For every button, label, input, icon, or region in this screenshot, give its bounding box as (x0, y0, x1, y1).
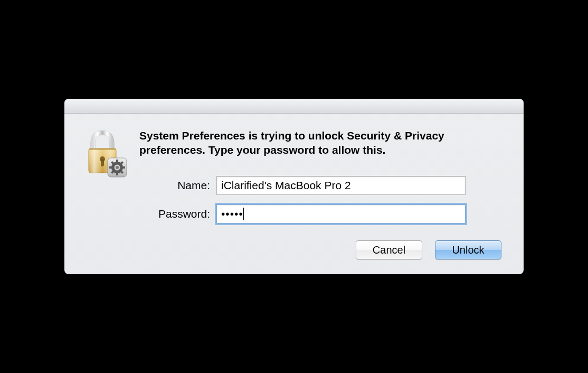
password-input[interactable]: ••••• (216, 204, 466, 223)
text-cursor (243, 208, 244, 220)
cancel-button[interactable]: Cancel (356, 240, 422, 259)
svg-rect-10 (122, 166, 125, 169)
password-row: Password: ••••• (139, 204, 508, 223)
auth-dialog: System Preferences is trying to unlock S… (64, 99, 524, 275)
dialog-body: System Preferences is trying to unlock S… (139, 128, 508, 260)
dialog-content: System Preferences is trying to unlock S… (64, 114, 524, 275)
dialog-message: System Preferences is trying to unlock S… (139, 128, 508, 157)
dialog-titlebar (64, 99, 524, 114)
dialog-icon (80, 130, 125, 175)
gear-icon (107, 157, 128, 178)
svg-rect-4 (101, 159, 104, 166)
name-input[interactable] (216, 176, 466, 195)
password-label: Password: (139, 208, 216, 220)
svg-rect-9 (109, 166, 112, 169)
svg-point-16 (116, 166, 119, 169)
name-label: Name: (139, 179, 216, 192)
name-row: Name: (139, 176, 508, 195)
password-masked-value: ••••• (221, 208, 243, 220)
svg-rect-2 (89, 148, 116, 150)
svg-rect-8 (116, 172, 118, 175)
unlock-button[interactable]: Unlock (435, 240, 501, 259)
button-row: Cancel Unlock (139, 240, 508, 259)
svg-rect-7 (116, 160, 118, 163)
